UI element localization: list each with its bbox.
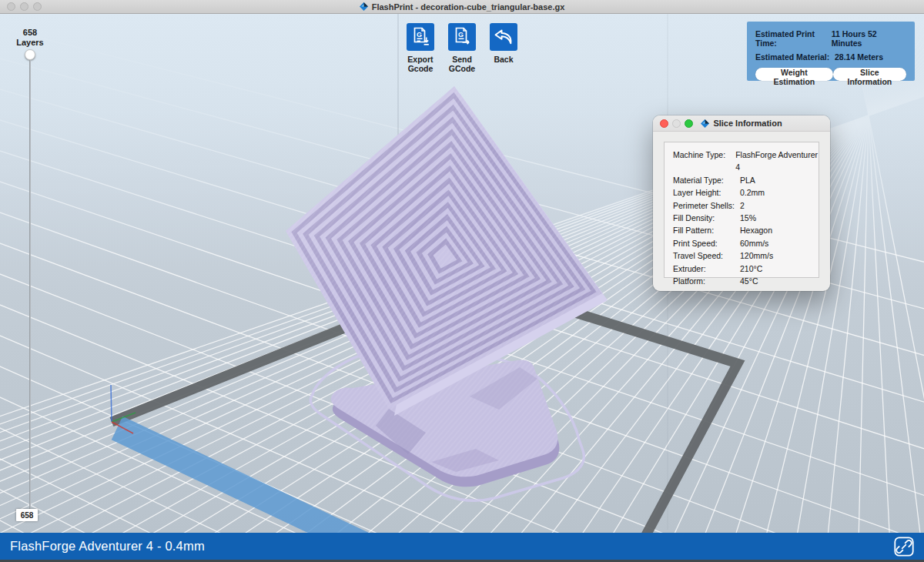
slice-info-value: 210°C	[740, 263, 762, 275]
estimated-print-time-row: Estimated Print Time: 11 Hours 52 Minute…	[755, 29, 906, 48]
back-button[interactable]: Back	[490, 23, 517, 73]
flashprint-logo-icon	[701, 119, 709, 128]
slice-info-value: Hexagon	[740, 224, 772, 236]
flashprint-window: FlashPrint - decoration-cube_triangular-…	[0, 0, 924, 562]
slice-info-row: Extruder:210°C	[673, 263, 819, 275]
status-bar: FlashForge Adventurer 4 - 0.4mm	[0, 533, 924, 560]
estimated-print-time-value: 11 Hours 52 Minutes	[832, 29, 906, 48]
dialog-minimize-button[interactable]	[672, 119, 681, 128]
zoom-window-button[interactable]	[33, 2, 42, 11]
slice-info-row: Travel Speed:120mm/s	[673, 249, 819, 262]
toolbar: G Export Gcode G	[407, 23, 517, 73]
slice-info-label: Platform:	[673, 275, 740, 287]
dialog-title: Slice Information	[713, 119, 782, 128]
viewport-3d[interactable]: 658 Layers 658 G Export	[0, 14, 924, 533]
slice-info-row: Fill Pattern:Hexagon	[673, 224, 819, 236]
slice-info-label: Print Speed:	[673, 237, 740, 249]
dialog-close-button[interactable]	[660, 119, 668, 128]
slice-info-label: Machine Type:	[673, 149, 735, 174]
slice-info-label: Extruder:	[673, 263, 740, 275]
slice-info-table: Machine Type:FlashForge Adventurer 4Mate…	[664, 142, 819, 278]
slice-info-label: Perimeter Shells:	[673, 199, 740, 212]
slice-info-row: Material Type:PLA	[673, 174, 819, 186]
dialog-titlebar[interactable]: Slice Information	[653, 115, 830, 132]
slice-info-row: Machine Type:FlashForge Adventurer 4	[673, 149, 819, 174]
estimated-material-row: Estimated Material: 28.14 Meters	[755, 52, 906, 62]
close-window-button[interactable]	[7, 2, 15, 11]
dialog-window-controls	[660, 119, 693, 128]
slice-info-row: Print Speed:60mm/s	[673, 237, 819, 249]
machine-name-label: FlashForge Adventurer 4 - 0.4mm	[10, 539, 205, 554]
flashprint-logo-icon	[360, 2, 368, 11]
slice-info-value: 60mm/s	[740, 237, 768, 249]
layer-slider-handle[interactable]	[25, 49, 35, 60]
slice-info-label: Fill Density:	[673, 212, 740, 224]
slice-info-row: Fill Density:15%	[673, 212, 819, 224]
export-gcode-icon: G	[407, 23, 434, 51]
slice-info-row: Platform:45°C	[673, 275, 819, 287]
slice-info-label: Material Type:	[673, 174, 740, 186]
slice-information-dialog: Slice Information Machine Type:FlashForg…	[653, 115, 830, 291]
estimated-material-label: Estimated Material:	[755, 52, 835, 62]
layer-slider-value-box: 658	[16, 509, 38, 521]
window-controls	[7, 2, 42, 11]
slice-info-row: Layer Height:0.2mm	[673, 186, 819, 199]
slice-info-value: 0.2mm	[740, 186, 765, 199]
slice-info-value: 45°C	[740, 275, 758, 287]
slice-info-value: 15%	[740, 212, 756, 224]
back-arrow-icon	[490, 23, 517, 51]
minimize-window-button[interactable]	[20, 2, 28, 11]
export-gcode-button[interactable]: G Export Gcode	[407, 23, 434, 73]
slice-info-value: 120mm/s	[740, 249, 773, 262]
slice-info-label: Fill Pattern:	[673, 224, 740, 236]
send-gcode-button[interactable]: G Send GCode	[448, 23, 476, 73]
slice-info-label: Layer Height:	[673, 186, 740, 199]
estimated-material-value: 28.14 Meters	[835, 52, 883, 62]
slice-info-value: 2	[740, 199, 745, 212]
weight-estimation-button[interactable]: Weight Estimation	[755, 68, 833, 81]
back-label: Back	[479, 55, 528, 64]
printer-disconnected-icon[interactable]	[894, 537, 914, 557]
slice-info-row: Perimeter Shells:2	[673, 199, 819, 212]
estimates-panel: Estimated Print Time: 11 Hours 52 Minute…	[747, 22, 915, 81]
slice-info-value: PLA	[740, 174, 755, 186]
svg-text:G: G	[458, 31, 464, 38]
svg-text:G: G	[417, 31, 422, 38]
slice-info-value: FlashForge Adventurer 4	[735, 149, 819, 174]
dialog-zoom-button[interactable]	[685, 119, 693, 128]
estimated-print-time-label: Estimated Print Time:	[755, 29, 832, 48]
send-gcode-icon: G	[448, 23, 476, 51]
window-titlebar: FlashPrint - decoration-cube_triangular-…	[0, 0, 924, 14]
slice-info-label: Travel Speed:	[673, 249, 740, 262]
slice-information-button[interactable]: Slice Information	[833, 68, 906, 81]
window-title: FlashPrint - decoration-cube_triangular-…	[372, 2, 565, 12]
